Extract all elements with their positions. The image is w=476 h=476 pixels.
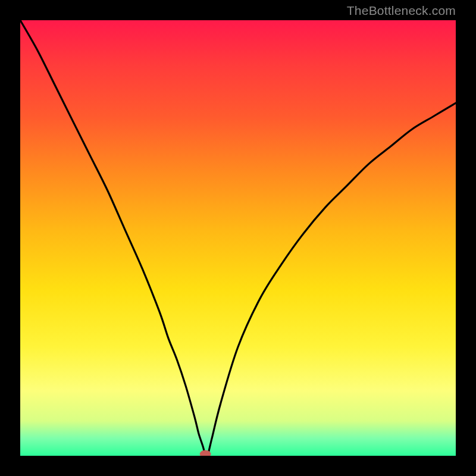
chart-frame: TheBottleneck.com bbox=[0, 0, 476, 476]
watermark-text: TheBottleneck.com bbox=[347, 4, 456, 18]
svg-point-0 bbox=[200, 450, 211, 456]
plot-area bbox=[20, 20, 456, 456]
bottleneck-curve bbox=[20, 20, 456, 456]
